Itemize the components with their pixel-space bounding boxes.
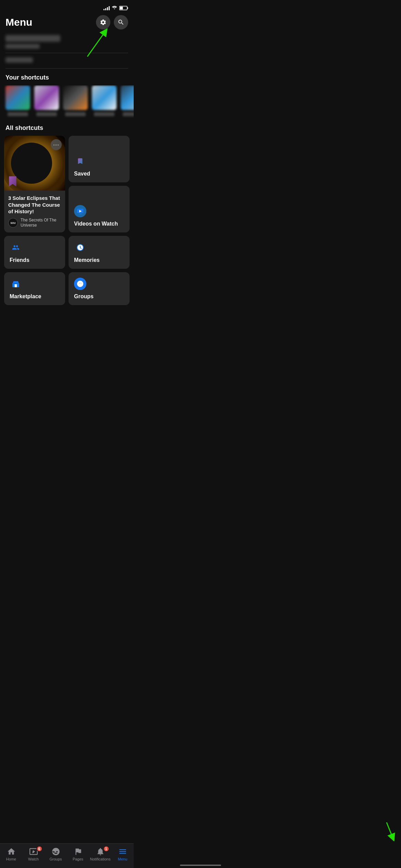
groups-icon [74, 278, 86, 290]
svg-rect-2 [120, 7, 123, 9]
profile-sub-blur [5, 44, 40, 49]
source-name: The Secrets Of The Universe [21, 218, 61, 228]
shortcut-img-1 [5, 85, 30, 110]
featured-image: ··· [4, 136, 65, 191]
svg-rect-11 [13, 283, 18, 284]
profile-section [0, 35, 134, 53]
header-icons [96, 15, 128, 29]
profile-name-blur [5, 35, 60, 42]
eclipse-moon [11, 143, 52, 184]
svg-rect-1 [127, 7, 128, 9]
shortcut-item-2[interactable] [34, 85, 59, 116]
videos-on-watch-card[interactable]: Videos on Watch [69, 186, 130, 232]
header: Menu [0, 12, 134, 35]
signal-icon [104, 5, 110, 10]
memories-card[interactable]: Memories [69, 236, 130, 269]
clock-icon [76, 244, 84, 251]
shortcut-item-3[interactable] [63, 85, 88, 116]
friends-card[interactable]: Friends [4, 236, 65, 269]
shortcuts-grid [0, 85, 134, 122]
search-icon [118, 19, 124, 26]
shortcut-label-3 [65, 112, 86, 116]
saved-label: Saved [74, 171, 124, 177]
featured-more-button[interactable]: ··· [51, 139, 62, 150]
divider-1 [5, 53, 128, 53]
source-avatar: SOU [8, 218, 18, 228]
search-button[interactable] [114, 15, 128, 29]
friends-people-icon [12, 244, 20, 251]
settings-button[interactable] [96, 15, 110, 29]
groups-label: Groups [74, 293, 124, 300]
store-icon [12, 280, 20, 288]
shortcut-item-4[interactable] [92, 85, 117, 116]
bookmark-icon [76, 157, 84, 165]
saved-card[interactable]: Saved [69, 136, 130, 182]
friends-label: Friends [10, 257, 60, 263]
watch-video-icon [74, 205, 86, 217]
shortcut-item-1[interactable] [5, 85, 30, 116]
videos-on-watch-label: Videos on Watch [74, 221, 124, 227]
marketplace-card[interactable]: Marketplace [4, 272, 65, 305]
shortcut-item-5[interactable] [121, 85, 134, 116]
featured-card[interactable]: ··· 3 Solar Eclipses That Changed The Co… [4, 136, 65, 232]
gear-icon [100, 19, 107, 26]
marketplace-icon [10, 278, 22, 290]
groups-card[interactable]: Groups [69, 272, 130, 305]
profile-tag-blur [5, 57, 33, 63]
friends-icon [10, 241, 22, 254]
memories-label: Memories [74, 257, 124, 263]
featured-content: 3 Solar Eclipses That Changed The Course… [4, 191, 65, 232]
status-bar [0, 0, 134, 12]
shortcut-label-5 [123, 112, 134, 116]
shortcut-label-1 [8, 112, 28, 116]
marketplace-label: Marketplace [10, 293, 60, 300]
bookmark-overlay-icon [8, 176, 17, 187]
shortcut-label-4 [94, 112, 114, 116]
groups-people-icon [76, 280, 84, 288]
shortcuts-section-title: Your shortcuts [0, 73, 134, 85]
battery-icon [119, 6, 128, 10]
source-initials: SOU [10, 222, 15, 224]
shortcut-img-2 [34, 85, 59, 110]
shortcut-img-5 [121, 85, 134, 110]
featured-title: 3 Solar Eclipses That Changed The Course… [8, 195, 61, 215]
shortcut-img-3 [63, 85, 88, 110]
shortcut-img-4 [92, 85, 117, 110]
play-tv-icon [76, 207, 84, 215]
ellipsis-icon: ··· [53, 142, 59, 148]
main-grid: ··· 3 Solar Eclipses That Changed The Co… [0, 136, 134, 333]
saved-icon [74, 155, 86, 167]
wifi-icon [112, 5, 117, 11]
featured-source: SOU The Secrets Of The Universe [8, 218, 61, 228]
memories-icon [74, 241, 86, 254]
svg-rect-7 [79, 214, 81, 214]
all-shortcuts-title: All shortcuts [0, 122, 134, 136]
divider-2 [5, 68, 128, 69]
shortcut-label-2 [36, 112, 57, 116]
page-title: Menu [5, 16, 32, 28]
svg-rect-12 [15, 284, 17, 287]
